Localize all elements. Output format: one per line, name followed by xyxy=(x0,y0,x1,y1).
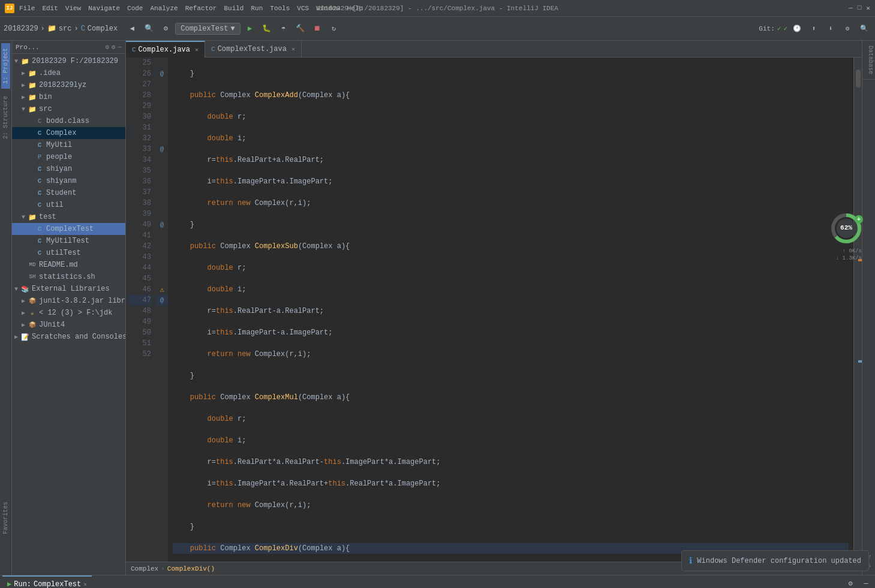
git-pull[interactable]: ⬇ xyxy=(823,22,838,36)
tree-item-util[interactable]: C util xyxy=(12,199,125,211)
app-logo: IJ xyxy=(5,4,14,13)
editor-tab-bar: C Complex.java ✕ C ComplexTest.java ✕ xyxy=(126,41,862,58)
run-tab[interactable]: ▶ Run: ComplexTest ✕ xyxy=(2,575,92,589)
menu-build[interactable]: Build xyxy=(224,5,243,12)
tree-item-stats[interactable]: SH statistics.sh xyxy=(12,271,125,283)
git-settings[interactable]: ⚙ xyxy=(840,22,855,36)
myutil-label: MyUtil xyxy=(46,141,72,149)
breadcrumb-sep1: › xyxy=(41,25,45,33)
structure-tool-button[interactable]: 2: Structure xyxy=(1,91,10,144)
student-label: Student xyxy=(46,189,76,197)
shiyan-label: shiyan xyxy=(46,165,72,173)
git-label: Git: xyxy=(759,25,774,32)
complex-label: Complex xyxy=(46,129,76,137)
bodd-label: bodd.class xyxy=(46,117,89,125)
minimize-button[interactable]: — xyxy=(849,4,853,12)
tree-item-src[interactable]: ▼ 📁 src xyxy=(12,103,125,115)
menu-code[interactable]: Code xyxy=(127,5,143,12)
tree-item-jdk[interactable]: ▶ ☕ < 12 (3) > F:\jdk xyxy=(12,307,125,319)
search-everywhere[interactable]: 🔍 xyxy=(857,22,871,36)
menu-run[interactable]: Run xyxy=(251,5,263,12)
sidebar-header: Pro... ⚙ ⚙ — xyxy=(12,41,125,54)
git-history[interactable]: 🕐 xyxy=(790,22,804,36)
menu-tools[interactable]: Tools xyxy=(270,5,290,12)
menu-refactor[interactable]: Refactor xyxy=(185,5,217,12)
database-tool-button[interactable]: Database xyxy=(862,41,875,80)
tab-close-complex[interactable]: ✕ xyxy=(195,46,199,53)
tree-item-junit[interactable]: ▶ 📦 junit-3.8.2.jar library xyxy=(12,295,125,307)
project-sidebar: Pro... ⚙ ⚙ — ▼ 📁 20182329 F:/20182329 ▶ … xyxy=(12,41,126,575)
run-button[interactable]: ▶ xyxy=(243,22,257,36)
code-content[interactable]: } public Complex ComplexAdd(Complex a){ … xyxy=(168,58,853,562)
tree-item-complextest[interactable]: C ComplexTest xyxy=(12,223,125,235)
menu-view[interactable]: View xyxy=(65,5,81,12)
tree-item-complex[interactable]: C Complex xyxy=(12,127,125,139)
svg-text:62%: 62% xyxy=(840,224,852,231)
tree-item-scratches[interactable]: ▶ 📝 Scratches and Consoles xyxy=(12,331,125,343)
run-panel-settings[interactable]: ⚙ xyxy=(844,577,857,589)
tree-item-junit4[interactable]: ▶ 📦 JUnit4 xyxy=(12,319,125,331)
git-push[interactable]: ⬆ xyxy=(807,22,821,36)
scratches-label: Scratches and Consoles xyxy=(32,333,125,341)
breadcrumb-file: C xyxy=(81,25,85,33)
tree-item-test[interactable]: ▼ 📁 test xyxy=(12,211,125,223)
git-check: ✓ xyxy=(777,25,781,32)
indicator-plus[interactable]: + xyxy=(855,215,863,224)
jdk-label: < 12 (3) > F:\jdk xyxy=(39,309,112,317)
tab-close-complextest[interactable]: ✕ xyxy=(291,46,295,53)
editor-area: C Complex.java ✕ C ComplexTest.java ✕ 25… xyxy=(126,41,862,575)
bin-label: bin xyxy=(39,93,52,101)
right-tool-panel: Database xyxy=(862,41,875,575)
breadcrumb-method[interactable]: ComplexDiv() xyxy=(167,565,215,572)
coverage-button[interactable]: ☂ xyxy=(276,22,291,36)
toolbar-settings[interactable]: ⚙ xyxy=(158,22,173,36)
menu-vcs[interactable]: VCS xyxy=(297,5,309,12)
tree-root[interactable]: ▼ 📁 20182329 F:/20182329 xyxy=(12,55,125,67)
tab-complex-java[interactable]: C Complex.java ✕ xyxy=(126,41,205,58)
sidebar-collapse[interactable]: — xyxy=(118,43,122,51)
menu-edit[interactable]: Edit xyxy=(42,5,58,12)
maximize-button[interactable]: □ xyxy=(858,4,862,12)
tree-item-myutiltest[interactable]: C MyUtilTest xyxy=(12,235,125,247)
sidebar-sync[interactable]: ⚙ xyxy=(105,43,109,51)
debug-button[interactable]: 🐛 xyxy=(260,22,274,36)
tab-complextest-java[interactable]: C ComplexTest.java ✕ xyxy=(205,41,302,58)
favorites-tool-button[interactable]: Favorites xyxy=(1,497,10,539)
menu-file[interactable]: File xyxy=(19,5,35,12)
toolbar-search[interactable]: 🔍 xyxy=(142,22,156,36)
tree-item-idea[interactable]: ▶ 📁 .idea xyxy=(12,67,125,79)
tab-label-complextest: ComplexTest.java xyxy=(218,45,287,53)
run-panel-close[interactable]: — xyxy=(859,577,873,589)
tree-item-shiyanm[interactable]: C shiyanm xyxy=(12,175,125,187)
breadcrumb-complex[interactable]: Complex xyxy=(131,565,158,572)
reload-button[interactable]: ↻ xyxy=(327,22,341,36)
tree-item-bin[interactable]: ▶ 📁 bin xyxy=(12,91,125,103)
tree-item-extlibs[interactable]: ▼ 📚 External Libraries xyxy=(12,283,125,295)
network-indicator: 62% + ↑ 0K/s ↓ 1.3K/s xyxy=(831,213,862,262)
menu-navigate[interactable]: Navigate xyxy=(88,5,120,12)
run-tab-config: ComplexTest xyxy=(34,580,81,589)
tree-item-myutil[interactable]: C MyUtil xyxy=(12,139,125,151)
tree-item-utiltest[interactable]: C utilTest xyxy=(12,247,125,259)
tree-item-readme[interactable]: MD README.md xyxy=(12,259,125,271)
stop-button[interactable]: ⏹ xyxy=(310,22,324,36)
project-tool-button[interactable]: 1: Project xyxy=(1,43,10,89)
code-gutter: @ @ @ xyxy=(156,58,168,562)
back-button[interactable]: ◀ xyxy=(125,22,139,36)
tree-item-bodd[interactable]: C bodd.class xyxy=(12,115,125,127)
close-button[interactable]: ✕ xyxy=(866,4,870,12)
tree-item-student[interactable]: C Student xyxy=(12,187,125,199)
git-status: Git: ✓ ✓ 🕐 ⬆ ⬇ ⚙ 🔍 xyxy=(759,22,871,36)
run-tab-close[interactable]: ✕ xyxy=(83,581,87,588)
sidebar-settings[interactable]: ⚙ xyxy=(112,43,116,51)
tree-item-shiyan[interactable]: C shiyan xyxy=(12,163,125,175)
editor-scrollbar[interactable] xyxy=(853,58,862,562)
run-config-selector[interactable]: ComplexTest ▼ xyxy=(175,23,240,35)
menu-analyze[interactable]: Analyze xyxy=(150,5,178,12)
tree-item-people[interactable]: P people xyxy=(12,151,125,163)
tree-item-lyz[interactable]: ▶ 📁 20182329lyz xyxy=(12,79,125,91)
run-config-label: ComplexTest xyxy=(181,25,228,33)
run-config-arrow: ▼ xyxy=(230,25,234,33)
bottom-tab-bar: ▶ Run: ComplexTest ✕ ⚙ — xyxy=(0,575,875,588)
build-button[interactable]: 🔨 xyxy=(293,22,308,36)
